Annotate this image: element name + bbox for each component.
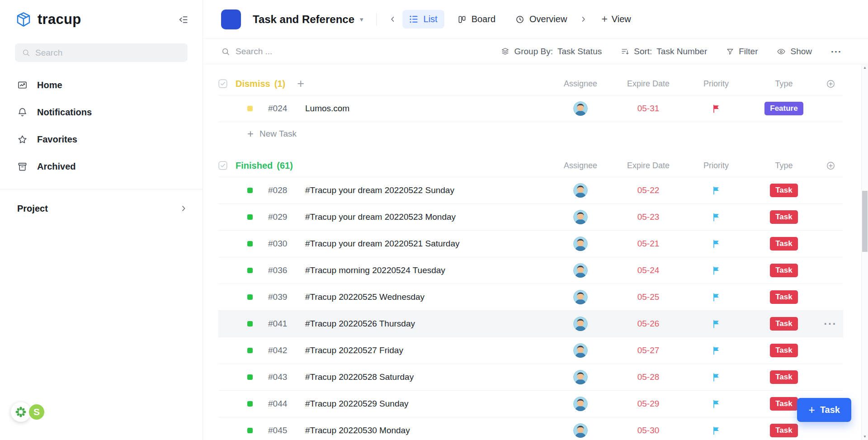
tab-list[interactable]: List xyxy=(402,10,444,28)
task-title[interactable]: #Tracup morning 20220524 Tuesday xyxy=(305,265,547,275)
expire-date-cell[interactable]: 05-23 xyxy=(614,212,682,222)
expire-date-cell[interactable]: 05-25 xyxy=(614,292,682,302)
group-add-task-icon[interactable]: + xyxy=(297,78,304,90)
expire-date-cell[interactable]: 05-24 xyxy=(614,265,682,275)
task-row[interactable]: #039#Tracup 20220525 Wednesday05-25Task xyxy=(218,284,843,310)
task-status-square[interactable] xyxy=(247,401,253,407)
expire-date-cell[interactable]: 05-29 xyxy=(614,399,682,409)
task-status-square[interactable] xyxy=(247,106,253,111)
assignee-cell[interactable] xyxy=(547,343,614,358)
assignee-cell[interactable] xyxy=(547,290,614,304)
task-status-square[interactable] xyxy=(247,214,253,220)
task-title[interactable]: #Tracup 20220527 Friday xyxy=(305,345,547,355)
task-row[interactable]: #045#Tracup 20220530 Monday05-30Task xyxy=(218,417,843,440)
task-row[interactable]: #030#Tracup your dream 20220521 Saturday… xyxy=(218,230,843,257)
priority-cell[interactable] xyxy=(682,293,750,302)
scrollbar-thumb[interactable] xyxy=(862,191,868,252)
expire-date-cell[interactable]: 05-21 xyxy=(614,239,682,249)
task-search[interactable] xyxy=(221,47,380,57)
task-search-input[interactable] xyxy=(236,47,380,57)
workspace-badge[interactable]: S xyxy=(28,403,45,421)
tab-overview[interactable]: Overview xyxy=(509,10,574,28)
group-checkbox[interactable] xyxy=(218,161,227,170)
type-cell[interactable]: Task xyxy=(750,290,818,304)
scrollbar-up-arrow[interactable]: ▲ xyxy=(862,64,868,71)
expire-date-cell[interactable]: 05-27 xyxy=(614,345,682,355)
task-title[interactable]: Lumos.com xyxy=(305,104,547,114)
scrollbar-down-arrow[interactable]: ▼ xyxy=(862,433,868,440)
type-cell[interactable]: Task xyxy=(750,344,818,357)
tabs-scroll-right-icon[interactable] xyxy=(576,13,590,25)
task-status-square[interactable] xyxy=(247,321,253,326)
task-row[interactable]: #042#Tracup 20220527 Friday05-27Task xyxy=(218,337,843,364)
toolbar-more-icon[interactable]: ··· xyxy=(831,47,842,56)
task-row[interactable]: #036#Tracup morning 20220524 Tuesday05-2… xyxy=(218,257,843,284)
priority-cell[interactable] xyxy=(682,186,750,195)
expire-date-cell[interactable]: 05-31 xyxy=(614,104,682,114)
vertical-scrollbar[interactable]: ▲ ▼ xyxy=(861,64,868,440)
title-dropdown-caret[interactable]: ▾ xyxy=(360,15,363,24)
task-row[interactable]: #044#Tracup 20220529 Sunday05-29Task xyxy=(218,390,843,417)
sort-control[interactable]: Sort: Task Number xyxy=(621,47,707,57)
row-more-button[interactable]: ··· xyxy=(818,318,843,330)
add-column-icon[interactable] xyxy=(818,161,843,170)
tab-board[interactable]: Board xyxy=(451,10,502,28)
task-title[interactable]: #Tracup 20220528 Saturday xyxy=(305,372,547,382)
group-by-control[interactable]: Group By: Task Status xyxy=(501,47,602,57)
task-row[interactable]: #024Lumos.com05-31Feature xyxy=(218,95,843,122)
priority-cell[interactable] xyxy=(682,320,750,328)
priority-cell[interactable] xyxy=(682,240,750,248)
assignee-cell[interactable] xyxy=(547,183,614,198)
task-title[interactable]: #Tracup your dream 20220523 Monday xyxy=(305,212,547,222)
expire-date-cell[interactable]: 05-22 xyxy=(614,185,682,195)
type-cell[interactable]: Feature xyxy=(750,102,818,115)
sidebar-search[interactable] xyxy=(15,43,188,62)
group-checkbox[interactable] xyxy=(218,79,227,88)
task-title[interactable]: #Tracup 20220530 Monday xyxy=(305,426,547,435)
type-cell[interactable]: Task xyxy=(750,370,818,384)
assignee-cell[interactable] xyxy=(547,423,614,438)
filter-control[interactable]: Filter xyxy=(726,47,758,57)
priority-cell[interactable] xyxy=(682,373,750,382)
priority-cell[interactable] xyxy=(682,346,750,355)
task-status-square[interactable] xyxy=(247,294,253,300)
tabs-scroll-left-icon[interactable] xyxy=(386,13,400,25)
expire-date-cell[interactable]: 05-26 xyxy=(614,319,682,329)
show-control[interactable]: Show xyxy=(777,47,812,57)
new-task-button[interactable]: +New Task xyxy=(218,122,843,145)
new-task-fab[interactable]: + Task xyxy=(797,398,851,422)
sidebar-item-project[interactable]: Project xyxy=(0,194,203,222)
type-cell[interactable]: Task xyxy=(750,424,818,437)
task-title[interactable]: #Tracup 20220529 Sunday xyxy=(305,399,547,409)
sidebar-item-archived[interactable]: Archived xyxy=(0,153,203,180)
priority-cell[interactable] xyxy=(682,400,750,408)
task-status-square[interactable] xyxy=(247,241,253,246)
sidebar-item-home[interactable]: Home xyxy=(0,71,203,99)
priority-cell[interactable] xyxy=(682,266,750,275)
task-status-square[interactable] xyxy=(247,268,253,273)
assignee-cell[interactable] xyxy=(547,397,614,411)
tracup-logo[interactable]: tracup xyxy=(15,11,81,28)
task-title[interactable]: #Tracup your dream 20220522 Sunday xyxy=(305,185,547,195)
priority-cell[interactable] xyxy=(682,426,750,435)
add-view-button[interactable]: + View xyxy=(601,14,631,24)
assignee-cell[interactable] xyxy=(547,370,614,384)
task-status-square[interactable] xyxy=(247,374,253,380)
task-row[interactable]: #043#Tracup 20220528 Saturday05-28Task xyxy=(218,364,843,390)
sidebar-item-notifications[interactable]: Notifications xyxy=(0,99,203,126)
expire-date-cell[interactable]: 05-28 xyxy=(614,372,682,382)
type-cell[interactable]: Task xyxy=(750,210,818,224)
assignee-cell[interactable] xyxy=(547,210,614,224)
sidebar-search-input[interactable] xyxy=(35,48,181,58)
task-status-square[interactable] xyxy=(247,188,253,193)
task-title[interactable]: #Tracup 20220526 Thursday xyxy=(305,319,547,329)
task-row[interactable]: #029#Tracup your dream 20220523 Monday05… xyxy=(218,203,843,230)
priority-cell[interactable] xyxy=(682,104,750,113)
task-title[interactable]: #Tracup 20220525 Wednesday xyxy=(305,292,547,302)
type-cell[interactable]: Task xyxy=(750,184,818,197)
task-row[interactable]: #028#Tracup your dream 20220522 Sunday05… xyxy=(218,177,843,203)
type-cell[interactable]: Task xyxy=(750,317,818,331)
sidebar-item-favorites[interactable]: Favorites xyxy=(0,126,203,153)
priority-cell[interactable] xyxy=(682,213,750,222)
assignee-cell[interactable] xyxy=(547,263,614,278)
